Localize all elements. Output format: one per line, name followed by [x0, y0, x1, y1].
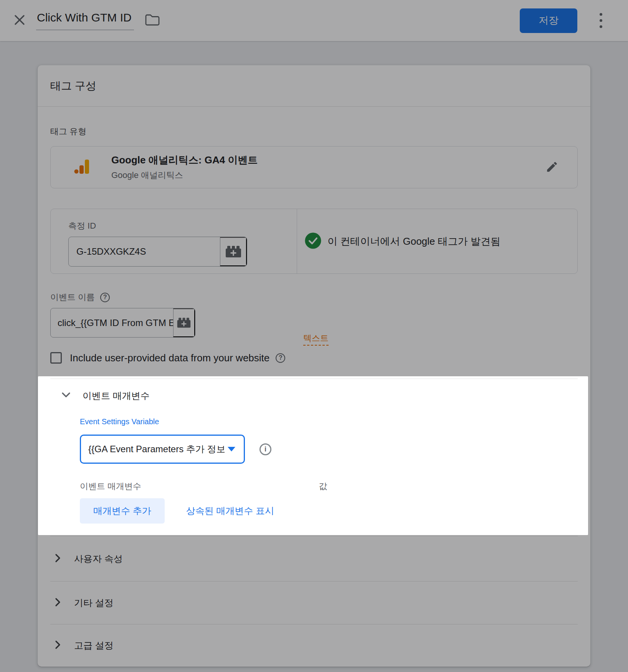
add-parameter-button[interactable]: 매개변수 추가 — [80, 498, 165, 524]
help-icon[interactable]: ? — [100, 293, 110, 302]
section-label: 기타 설정 — [74, 597, 114, 609]
measurement-id-label: 측정 ID — [68, 220, 297, 232]
top-bar: Click With GTM ID 저장 — [0, 0, 628, 41]
close-icon — [13, 13, 26, 28]
tag-title-input[interactable]: Click With GTM ID — [36, 11, 134, 30]
event-settings-variable-row: {{GA Event Parameters 추가 정보 설정}} i — [80, 435, 578, 464]
section-user-properties[interactable]: 사용자 속성 — [38, 536, 590, 581]
column-parameter-label: 이벤트 매개변수 — [80, 481, 319, 491]
google-tag-status: 이 컨테이너에서 Google 태그가 발견됨 — [297, 209, 577, 273]
chevron-right-icon — [55, 598, 61, 608]
chevron-down-icon — [61, 392, 71, 400]
parameters-actions-row: 매개변수 추가 상속된 매개변수 표시 — [80, 498, 578, 524]
column-value-label: 값 — [319, 481, 327, 491]
event-name-input-group: click_{{GTM ID From GTM Eleme — [50, 308, 195, 338]
variable-brick-icon — [177, 316, 191, 329]
show-inherited-parameters-link[interactable]: 상속된 매개변수 표시 — [186, 505, 274, 517]
event-parameters-title: 이벤트 매개변수 — [83, 390, 150, 402]
card-section-title: 태그 구성 — [38, 65, 590, 107]
save-button[interactable]: 저장 — [520, 8, 577, 33]
parameters-table-header: 이벤트 매개변수 값 — [80, 481, 578, 491]
dropdown-caret-icon — [228, 447, 235, 451]
user-data-checkbox-label: Include user-provided data from your web… — [70, 352, 269, 364]
measurement-id-variable-button[interactable] — [220, 237, 247, 266]
check-circle-icon — [304, 232, 322, 251]
kebab-menu-icon — [600, 13, 602, 28]
pencil-icon — [545, 160, 559, 175]
measurement-id-input-group: G-15DXXGKZ4S — [68, 237, 247, 267]
event-parameters-section: 이벤트 매개변수 Event Settings Variable {{GA Ev… — [38, 379, 590, 536]
edit-tag-type-button[interactable] — [544, 159, 560, 176]
google-analytics-icon — [72, 158, 90, 177]
tag-type-name: Google 애널리틱스: GA4 이벤트 — [111, 153, 258, 167]
more-options-button[interactable] — [595, 12, 607, 30]
tag-type-text: Google 애널리틱스: GA4 이벤트 Google 애널리틱스 — [111, 153, 258, 181]
event-settings-variable-select[interactable]: {{GA Event Parameters 추가 정보 설정}} — [80, 435, 245, 464]
event-name-label: 이벤트 이름 — [50, 292, 95, 303]
section-other-settings[interactable]: 기타 설정 — [38, 581, 590, 624]
event-name-variable-button[interactable] — [173, 308, 195, 337]
event-name-label-row: 이벤트 이름 ? — [50, 292, 578, 303]
event-name-input[interactable]: click_{{GTM ID From GTM Eleme — [51, 308, 173, 337]
info-icon[interactable]: i — [259, 443, 271, 455]
measurement-id-input[interactable]: G-15DXXGKZ4S — [69, 237, 220, 266]
user-data-checkbox[interactable] — [50, 352, 62, 364]
chevron-right-icon — [55, 553, 61, 564]
tag-type-vendor: Google 애널리틱스 — [111, 170, 258, 181]
user-data-checkbox-row: Include user-provided data from your web… — [50, 351, 578, 364]
tag-type-box[interactable]: Google 애널리틱스: GA4 이벤트 Google 애널리틱스 — [50, 146, 578, 188]
event-parameters-header[interactable]: 이벤트 매개변수 — [50, 389, 578, 403]
section-label: 사용자 속성 — [74, 553, 123, 565]
help-icon[interactable]: ? — [276, 353, 285, 363]
section-advanced-settings[interactable]: 고급 설정 — [38, 624, 590, 667]
section-label: 고급 설정 — [74, 639, 114, 652]
value-type-chip[interactable]: 텍스트 — [303, 333, 329, 346]
tag-configuration-card: 태그 구성 태그 유형 Google 애널리틱스: GA4 이벤트 Google… — [38, 65, 590, 667]
event-parameters-content: Event Settings Variable {{GA Event Param… — [80, 417, 578, 524]
measurement-id-left: 측정 ID G-15DXXGKZ4S — [51, 209, 297, 273]
variable-brick-icon — [225, 244, 242, 259]
tag-type-label: 태그 유형 — [50, 126, 578, 137]
event-name-row: click_{{GTM ID From GTM Eleme 텍스트 — [50, 308, 578, 338]
folder-icon — [145, 13, 160, 28]
tag-config-body: 태그 유형 Google 애널리틱스: GA4 이벤트 Google 애널리틱스 — [38, 126, 590, 364]
chevron-right-icon — [55, 640, 61, 651]
event-settings-variable-label: Event Settings Variable — [80, 417, 578, 426]
event-settings-variable-value: {{GA Event Parameters 추가 정보 설정}} — [88, 443, 225, 455]
close-button[interactable] — [11, 12, 28, 30]
google-tag-status-text: 이 컨테이너에서 Google 태그가 발견됨 — [327, 235, 501, 248]
measurement-id-box: 측정 ID G-15DXXGKZ4S 이 — [50, 209, 578, 274]
main-area: 태그 구성 태그 유형 Google 애널리틱스: GA4 이벤트 Google… — [0, 41, 628, 667]
folder-button[interactable] — [144, 12, 161, 29]
